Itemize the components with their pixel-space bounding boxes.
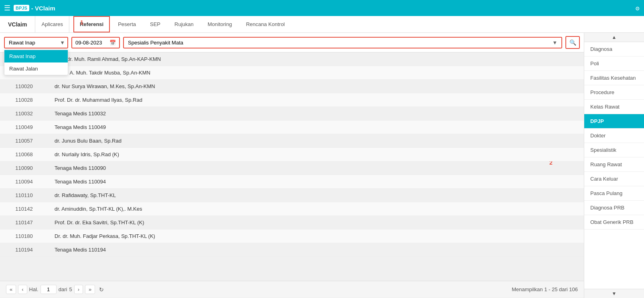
row-code: 110057 — [0, 134, 48, 148]
sidebar-item-dpjp[interactable]: DPJP — [584, 114, 644, 129]
sidebar-scroll-down-button[interactable]: ▼ — [584, 289, 644, 298]
table-row[interactable]: 110180Dr. dr. Muh. Fadjar Perkasa, Sp.TH… — [0, 230, 584, 243]
sidebar-item-ruang-rawat[interactable]: Ruang Rawat — [584, 157, 644, 172]
table-row[interactable]: 110094Tenaga Medis 110094 — [0, 175, 584, 189]
calendar-icon[interactable]: 📅 — [109, 40, 116, 46]
app-logo: BPJS - VClaim — [14, 5, 55, 12]
row-code: 110142 — [0, 202, 48, 216]
row-code: 110147 — [0, 216, 48, 230]
sidebar-item-kelas-rawat[interactable]: Kelas Rawat — [584, 100, 644, 114]
date-input-wrapper: 📅 — [71, 37, 120, 48]
row-name: dr. Nurlaily Idris, Sp.Rad (K) — [48, 148, 584, 161]
sidebar-item-procedure[interactable]: Procedure — [584, 85, 644, 100]
row-name: Tenaga Medis 110032 — [48, 107, 584, 121]
table-row[interactable]: 110057dr. Junus Bulu Baan, Sp.Rad — [0, 134, 584, 148]
last-page-button[interactable]: » — [85, 285, 95, 294]
nav-item-referensi[interactable]: Referensi — [73, 16, 110, 32]
nav-item-monitoring[interactable]: Monitoring — [202, 16, 238, 32]
row-code: 110194 — [0, 243, 48, 257]
table-row[interactable]: 110194Tenaga Medis 110194 — [0, 243, 584, 257]
navbar-brand: VClaim — [4, 16, 35, 32]
bpjs-logo-icon: BPJS — [14, 5, 29, 11]
app-title: - VClaim — [31, 5, 55, 12]
dropdown-item-rawat-jalan[interactable]: Rawat Jalan — [4, 62, 68, 75]
type-selector-wrapper: Rawat Inap Rawat Jalan ▼ — [4, 37, 68, 48]
sidebar-item-spesialistik[interactable]: Spesialistik — [584, 143, 644, 157]
table-row[interactable]: 110068dr. Nurlaily Idris, Sp.Rad (K) — [0, 148, 584, 161]
row-name: Prof. Dr. dr. Eka Savitri, Sp.THT-KL (K) — [48, 216, 584, 230]
filter-bar: Rawat Inap Rawat Jalan ▼ 📅 ▼ 🔍 — [0, 33, 584, 52]
row-name: Prof. Dr. dr. Muhammad Ilyas, Sp.Rad — [48, 93, 584, 107]
sidebar-item-dokter[interactable]: Dokter — [584, 129, 644, 143]
dari-label: dari — [59, 286, 67, 292]
sidebar-item-poli[interactable]: Poli — [584, 56, 644, 71]
row-code: 110090 — [0, 161, 48, 175]
row-code: 110032 — [0, 107, 48, 121]
display-count: Menampilkan 1 - 25 dari 106 — [512, 286, 578, 292]
table-row[interactable]: 110147Prof. Dr. dr. Eka Savitri, Sp.THT-… — [0, 216, 584, 230]
page-input[interactable] — [41, 285, 57, 294]
table-row[interactable]: 110142dr. Aminuddin, Sp.THT-KL (K),. M.K… — [0, 202, 584, 216]
date-input[interactable] — [75, 40, 107, 46]
sidebar-item-fasilitas-kesehatan[interactable]: Fasilitas Kesehatan — [584, 71, 644, 85]
row-code: 110068 — [0, 148, 48, 161]
row-code: 110028 — [0, 93, 48, 107]
table-row[interactable]: 110020dr. Nur Surya Wirawan, M.Kes, Sp.A… — [0, 80, 584, 93]
nav-item-rujukan[interactable]: Rujukan — [168, 16, 200, 32]
next-page-button[interactable]: › — [74, 285, 83, 294]
table-row[interactable]: 110049Tenaga Medis 110049 — [0, 121, 584, 134]
table-row[interactable]: f. Dr. dr. Muh. Ramli Ahmad, Sp.An-KAP-K… — [0, 52, 584, 66]
sidebar-item-diagnosa-prb[interactable]: Diagnosa PRB — [584, 201, 644, 215]
navbar: VClaim Aplicares Referensi Peserta SEP R… — [0, 16, 644, 33]
main-container: Rawat Inap Rawat Jalan ▼ 📅 ▼ 🔍 — [0, 33, 644, 298]
table-row[interactable]: 110028Prof. Dr. dr. Muhammad Ilyas, Sp.R… — [0, 93, 584, 107]
type-select[interactable]: Rawat Inap Rawat Jalan — [4, 37, 68, 48]
sidebar-item-pasca-pulang[interactable]: Pasca Pulang — [584, 186, 644, 201]
pagination-left: « ‹ Hal. dari 5 › » ↻ — [6, 285, 104, 294]
nav-item-sep[interactable]: SEP — [144, 16, 166, 32]
prev-page-button[interactable]: ‹ — [18, 285, 27, 294]
aplicares-label: Aplicares — [35, 16, 69, 32]
first-page-button[interactable]: « — [6, 285, 16, 294]
sidebar-item-diagnosa[interactable]: Diagnosa — [584, 42, 644, 56]
table-row[interactable]: 110032Tenaga Medis 110032 — [0, 107, 584, 121]
header: ☰ BPJS - VClaim ⚙ — [0, 0, 644, 16]
total-pages: 5 — [69, 286, 72, 292]
specialist-dropdown-icon[interactable]: ▼ — [552, 40, 557, 46]
row-code: 110020 — [0, 80, 48, 93]
row-name: Tenaga Medis 110094 — [48, 175, 584, 189]
table-row[interactable]: 110012Dr. dr. A. Muh. Takdir Musba, Sp.A… — [0, 66, 584, 80]
row-name: dr. Junus Bulu Baan, Sp.Rad — [48, 134, 584, 148]
search-button[interactable]: 🔍 — [565, 36, 580, 49]
nav-items: Referensi Peserta SEP Rujukan Monitoring… — [69, 16, 291, 32]
header-left: ☰ BPJS - VClaim — [4, 4, 55, 12]
sidebar-item-cara-keluar[interactable]: Cara Keluar — [584, 172, 644, 186]
annotation-1: 1 — [80, 19, 83, 26]
table-row[interactable]: 110110dr. Rafidawaty, Sp.THT-KL — [0, 189, 584, 202]
row-name: Tenaga Medis 110049 — [48, 121, 584, 134]
settings-icon[interactable]: ⚙ — [635, 6, 640, 12]
row-name: Dr. dr. A. Muh. Takdir Musba, Sp.An-KMN — [48, 66, 584, 80]
specialist-input-wrapper: ▼ — [123, 37, 562, 48]
row-code: 110180 — [0, 230, 48, 243]
row-code: 110110 — [0, 189, 48, 202]
refresh-button[interactable]: ↻ — [99, 286, 104, 293]
dropdown-item-rawat-inap[interactable]: Rawat Inap — [4, 50, 68, 62]
row-name: Tenaga Medis 110090 — [48, 161, 584, 175]
table-wrapper: f. Dr. dr. Muh. Ramli Ahmad, Sp.An-KAP-K… — [0, 52, 584, 281]
row-name: dr. Aminuddin, Sp.THT-KL (K),. M.Kes — [48, 202, 584, 216]
row-code: 110049 — [0, 121, 48, 134]
row-name: Dr. dr. Muh. Fadjar Perkasa, Sp.THT-KL (… — [48, 230, 584, 243]
table-row[interactable]: 110090Tenaga Medis 110090 — [0, 161, 584, 175]
specialist-input[interactable] — [128, 40, 552, 46]
sidebar-scroll-up-button[interactable]: ▲ — [584, 33, 644, 42]
sidebar-item-obat-generik-prb[interactable]: Obat Generik PRB — [584, 215, 644, 230]
hal-label: Hal. — [29, 286, 38, 292]
header-right: ⚙ — [635, 4, 640, 12]
row-name: dr. Nur Surya Wirawan, M.Kes, Sp.An-KMN — [48, 80, 584, 93]
nav-item-peserta[interactable]: Peserta — [112, 16, 142, 32]
menu-icon[interactable]: ☰ — [4, 4, 10, 12]
row-name: dr. Rafidawaty, Sp.THT-KL — [48, 189, 584, 202]
pagination-bar: « ‹ Hal. dari 5 › » ↻ Menampilkan 1 - 25… — [0, 281, 584, 298]
nav-item-rencana-kontrol[interactable]: Rencana Kontrol — [240, 16, 291, 32]
